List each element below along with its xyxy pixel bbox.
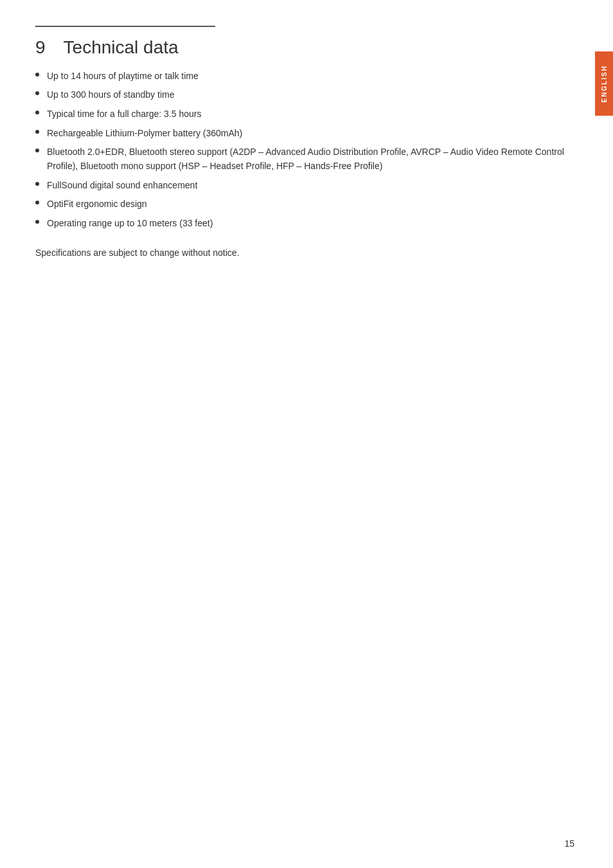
side-tab-label: ENGLISH	[601, 65, 608, 102]
page-container: ENGLISH 9 Technical data Up to 14 hours …	[0, 0, 613, 868]
bullet-dot	[35, 111, 39, 114]
bullet-dot	[35, 149, 39, 152]
section-title: Technical data	[64, 39, 179, 57]
bullet-text: OptiFit ergonomic design	[47, 197, 574, 212]
bullet-text: Bluetooth 2.0+EDR, Bluetooth stereo supp…	[47, 145, 574, 173]
bullet-dot	[35, 182, 39, 186]
side-tab: ENGLISH	[595, 51, 613, 116]
list-item: FullSound digital sound enhancement	[35, 179, 574, 193]
list-item: Operating range up to 10 meters (33 feet…	[35, 217, 574, 231]
bullet-dot	[35, 130, 39, 134]
page-number: 15	[564, 838, 574, 849]
bullet-text: Rechargeable Lithium-Polymer battery (36…	[47, 127, 574, 141]
bullet-text: FullSound digital sound enhancement	[47, 179, 574, 193]
bullet-dot	[35, 73, 39, 77]
bullet-text: Typical time for a full charge: 3.5 hour…	[47, 107, 574, 122]
list-item: Rechargeable Lithium-Polymer battery (36…	[35, 127, 574, 141]
bullet-text: Up to 300 hours of standby time	[47, 88, 574, 102]
list-item: Typical time for a full charge: 3.5 hour…	[35, 107, 574, 122]
section-header: 9 Technical data	[35, 39, 574, 57]
bullet-dot	[35, 91, 39, 95]
section-divider	[35, 26, 215, 27]
footnote: Specifications are subject to change wit…	[35, 246, 254, 260]
bullet-text: Up to 14 hours of playtime or talk time	[47, 69, 574, 84]
bullet-dot	[35, 220, 39, 224]
list-item: OptiFit ergonomic design	[35, 197, 574, 212]
bullet-list: Up to 14 hours of playtime or talk timeU…	[35, 69, 574, 231]
list-item: Bluetooth 2.0+EDR, Bluetooth stereo supp…	[35, 145, 574, 173]
bullet-dot	[35, 201, 39, 204]
list-item: Up to 14 hours of playtime or talk time	[35, 69, 574, 84]
main-content: 9 Technical data Up to 14 hours of playt…	[35, 26, 574, 842]
section-number: 9	[35, 39, 46, 57]
list-item: Up to 300 hours of standby time	[35, 88, 574, 102]
bullet-text: Operating range up to 10 meters (33 feet…	[47, 217, 574, 231]
